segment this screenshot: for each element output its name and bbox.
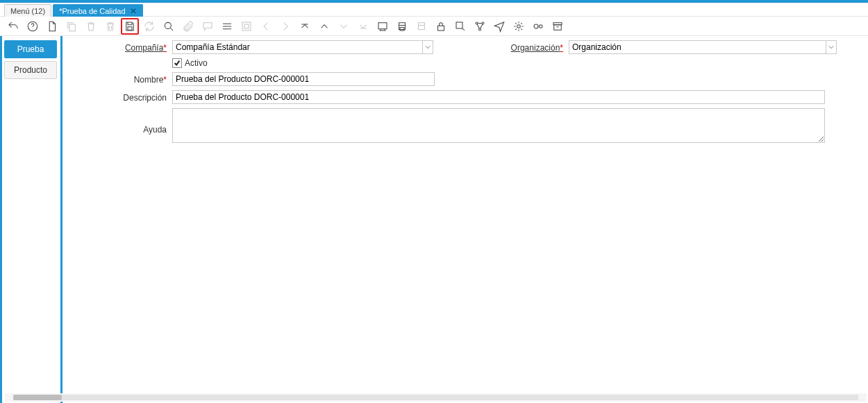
help-field[interactable]: [172, 108, 825, 143]
organization-combo[interactable]: [569, 40, 837, 54]
sidetab-prueba[interactable]: Prueba: [4, 40, 57, 58]
next-icon: [276, 18, 294, 35]
svg-rect-11: [438, 26, 444, 31]
side-tabs: Prueba Producto: [4, 40, 57, 79]
company-field[interactable]: [172, 40, 422, 54]
tab-menu[interactable]: Menú (12): [4, 4, 51, 17]
new-icon[interactable]: [43, 18, 61, 35]
toolbar: [0, 17, 868, 36]
copy-icon: [62, 18, 81, 35]
spacer: [72, 58, 172, 61]
company-combo[interactable]: [172, 40, 433, 54]
lock-icon[interactable]: [432, 18, 450, 35]
tab-prueba-calidad[interactable]: *Prueba de Calidad ✕: [53, 4, 142, 17]
down-icon: [335, 18, 353, 35]
svg-point-16: [517, 24, 521, 28]
label-description: Descripción: [72, 90, 172, 103]
active-label: Activo: [185, 58, 208, 68]
grid-icon[interactable]: [218, 18, 236, 35]
description-field[interactable]: [172, 90, 825, 104]
form-area: Compañía* Organización* Activo: [72, 40, 854, 147]
label-company: Compañía*: [72, 40, 172, 53]
undo-icon[interactable]: [4, 18, 22, 35]
label-help: Ayuda: [72, 108, 172, 135]
refresh-icon: [140, 18, 158, 35]
chat-icon: [199, 18, 217, 35]
svg-point-18: [540, 24, 543, 28]
archive-icon[interactable]: [549, 18, 567, 35]
gear-icon[interactable]: [510, 18, 528, 35]
main-panel: Prueba Producto Compañía* Organización*: [0, 36, 868, 403]
process-icon[interactable]: [529, 18, 547, 35]
first-icon[interactable]: [296, 18, 314, 35]
svg-rect-7: [378, 22, 387, 28]
svg-rect-12: [456, 22, 462, 28]
attach-icon: [179, 18, 197, 35]
workflow-icon[interactable]: [471, 18, 489, 35]
svg-rect-5: [242, 22, 251, 31]
side-divider: [60, 36, 62, 403]
svg-rect-6: [244, 24, 249, 28]
delete-all-icon: [101, 18, 119, 35]
last-icon: [354, 18, 372, 35]
sidetab-label: Producto: [14, 65, 47, 75]
sidetab-producto[interactable]: Producto: [4, 61, 57, 79]
delete-icon: [82, 18, 100, 35]
scrollbar-track: [13, 395, 858, 400]
svg-point-13: [476, 22, 478, 24]
svg-rect-2: [69, 24, 75, 31]
label-name: Nombre*: [72, 72, 172, 85]
h-scrollbar[interactable]: [5, 393, 867, 402]
send-icon[interactable]: [490, 18, 508, 35]
svg-point-4: [165, 22, 171, 28]
chevron-down-icon[interactable]: [826, 40, 837, 54]
help-icon[interactable]: [24, 18, 42, 35]
svg-rect-20: [554, 24, 562, 30]
sidetab-label: Prueba: [17, 44, 44, 54]
print-preview-icon: [412, 18, 431, 35]
svg-rect-9: [400, 27, 404, 31]
svg-rect-3: [128, 26, 132, 30]
svg-rect-10: [419, 25, 425, 29]
report-icon[interactable]: [374, 18, 392, 35]
tab-menu-label: Menú (12): [10, 7, 45, 15]
svg-point-17: [534, 24, 538, 28]
up-icon[interactable]: [315, 18, 333, 35]
active-checkbox[interactable]: Activo: [172, 58, 208, 68]
check-icon: [172, 58, 182, 68]
svg-point-14: [482, 22, 484, 24]
label-organization: Organización*: [458, 40, 569, 53]
search-icon[interactable]: [160, 18, 178, 35]
print-icon[interactable]: [393, 18, 411, 35]
prev-icon: [257, 18, 275, 35]
close-icon[interactable]: ✕: [130, 7, 137, 15]
tab-bar: Menú (12) *Prueba de Calidad ✕: [0, 3, 868, 17]
svg-point-15: [479, 28, 481, 31]
parent-icon: [237, 18, 256, 35]
chevron-down-icon[interactable]: [422, 40, 433, 54]
scrollbar-thumb[interactable]: [13, 395, 62, 400]
save-icon[interactable]: [121, 18, 139, 35]
name-field[interactable]: [172, 72, 435, 86]
zoom-icon[interactable]: [451, 18, 469, 35]
tab-active-label: *Prueba de Calidad: [59, 7, 125, 15]
organization-field[interactable]: [569, 40, 826, 54]
svg-point-1: [33, 28, 33, 29]
